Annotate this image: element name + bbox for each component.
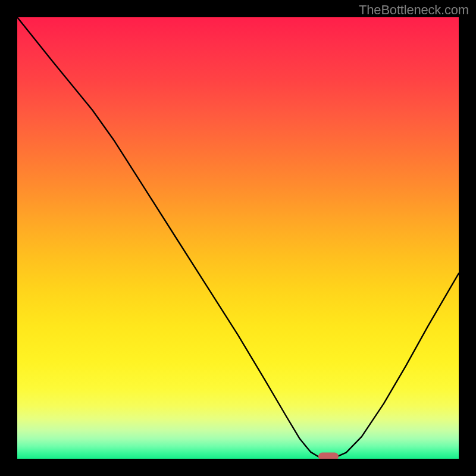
watermark-text: TheBottleneck.com (359, 2, 469, 18)
bottleneck-curve (17, 17, 459, 459)
plot-area (17, 17, 459, 459)
optimum-marker (318, 453, 339, 459)
chart-frame: TheBottleneck.com (0, 0, 476, 476)
